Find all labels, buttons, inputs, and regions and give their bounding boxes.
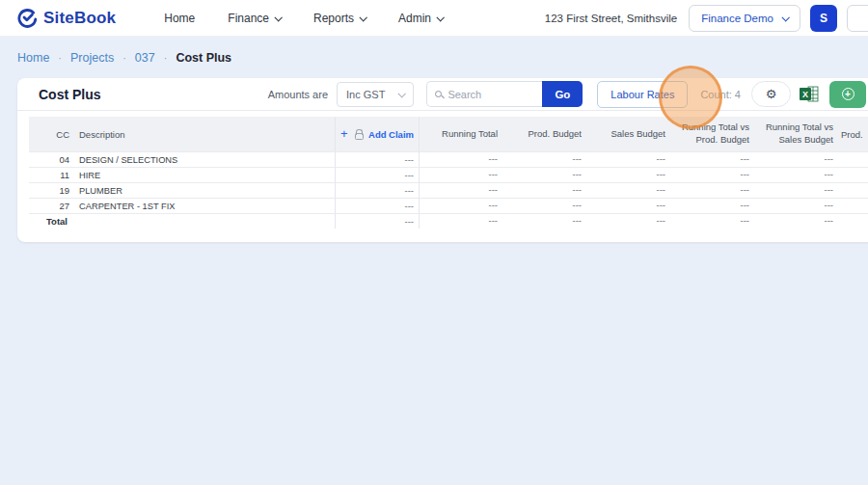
nav-label: Home bbox=[164, 12, 195, 25]
description-cell: CARPENTER - 1ST FIX bbox=[71, 199, 335, 213]
header-description: Description bbox=[71, 117, 335, 151]
running-total-cell: --- bbox=[420, 152, 503, 167]
gst-mode-select[interactable]: Inc GST bbox=[337, 82, 414, 107]
user-avatar-button[interactable]: S bbox=[810, 5, 837, 32]
amounts-are-label: Amounts are bbox=[268, 89, 328, 100]
sales-budget-cell: --- bbox=[587, 183, 671, 198]
sitebook-logo[interactable]: SiteBook bbox=[17, 8, 116, 28]
breadcrumb-projects-link[interactable]: Projects bbox=[70, 51, 114, 65]
claim-cell: --- bbox=[335, 183, 420, 198]
nav-label: Finance bbox=[228, 12, 269, 25]
nav-item-admin[interactable]: Admin bbox=[398, 12, 443, 25]
cc-cell: 11 bbox=[29, 168, 71, 182]
cutoff-cell bbox=[839, 199, 868, 213]
rt-vs-prod-cell: --- bbox=[671, 168, 755, 182]
header-claim: + Add Claim bbox=[335, 117, 420, 151]
topbar-right: 123 First Street, Smithsvile Finance Dem… bbox=[545, 5, 856, 32]
header-sales-budget: Sales Budget bbox=[587, 117, 671, 151]
settings-button[interactable]: ⚙ bbox=[751, 81, 791, 107]
prod-budget-total-cell: --- bbox=[503, 214, 587, 229]
rt-vs-sales-cell: --- bbox=[755, 168, 839, 182]
total-label: Total bbox=[29, 214, 335, 229]
table-row[interactable]: 27 CARPENTER - 1ST FIX --- --- --- --- -… bbox=[29, 198, 868, 213]
breadcrumb-project-number-link[interactable]: 037 bbox=[135, 51, 155, 65]
row-count-text: Count: 4 bbox=[700, 89, 741, 100]
excel-icon: X bbox=[800, 86, 819, 102]
search-box bbox=[426, 81, 542, 107]
breadcrumb-separator: · bbox=[122, 52, 126, 64]
labour-rates-button[interactable]: Labour Rates bbox=[597, 81, 688, 108]
description-cell: HIRE bbox=[71, 168, 335, 182]
org-selector-label: Finance Demo bbox=[701, 13, 773, 24]
breadcrumb-separator: · bbox=[58, 52, 62, 64]
claim-total-cell: --- bbox=[335, 214, 420, 229]
chevron-down-icon bbox=[359, 13, 366, 21]
cutoff-cell bbox=[839, 214, 868, 229]
cc-cell: 19 bbox=[29, 183, 71, 198]
running-total-total-cell: --- bbox=[420, 214, 503, 229]
table-row[interactable]: 19 PLUMBER --- --- --- --- --- --- bbox=[29, 182, 868, 198]
chevron-down-icon bbox=[437, 13, 445, 21]
cutoff-cell bbox=[839, 168, 868, 182]
sales-budget-cell: --- bbox=[587, 152, 671, 167]
cost-plus-panel: Cost Plus Amounts are Inc GST Go Labour … bbox=[17, 78, 868, 242]
add-claim-link[interactable]: Add Claim bbox=[368, 129, 414, 140]
cutoff-cell bbox=[839, 152, 868, 167]
prod-budget-cell: --- bbox=[503, 152, 587, 167]
circle-plus-icon: + bbox=[842, 88, 854, 100]
sales-budget-cell: --- bbox=[587, 199, 671, 213]
table-row[interactable]: 04 DESIGN / SELECTIONS --- --- --- --- -… bbox=[29, 151, 868, 167]
header-running-total: Running Total bbox=[420, 117, 503, 151]
claim-cell: --- bbox=[335, 168, 420, 182]
plus-icon[interactable]: + bbox=[340, 129, 348, 139]
check-circle-logo-icon bbox=[17, 8, 38, 28]
breadcrumb-home-link[interactable]: Home bbox=[17, 51, 49, 65]
page-title: Cost Plus bbox=[39, 87, 101, 102]
table-header-row: CC Description + Add Claim Running Total… bbox=[29, 117, 868, 151]
cutoff-cell bbox=[839, 183, 868, 198]
rt-vs-prod-cell: --- bbox=[671, 199, 755, 213]
nav-label: Admin bbox=[398, 12, 431, 25]
rt-vs-sales-cell: --- bbox=[755, 199, 839, 213]
running-total-cell: --- bbox=[420, 183, 503, 198]
nav-item-finance[interactable]: Finance bbox=[228, 12, 281, 25]
nav-item-reports[interactable]: Reports bbox=[313, 12, 366, 25]
rt-vs-sales-cell: --- bbox=[755, 183, 839, 198]
description-cell: DESIGN / SELECTIONS bbox=[71, 152, 335, 167]
chevron-down-icon bbox=[274, 13, 282, 21]
description-cell: PLUMBER bbox=[71, 183, 335, 198]
top-bar: SiteBook Home Finance Reports Admin 123 … bbox=[0, 0, 868, 37]
rt-vs-prod-cell: --- bbox=[671, 183, 755, 198]
add-cost-centre-button[interactable]: + bbox=[829, 81, 866, 108]
export-excel-button[interactable]: X bbox=[800, 86, 819, 102]
sales-budget-cell: --- bbox=[587, 168, 671, 182]
rt-vs-sales-cell: --- bbox=[755, 152, 839, 167]
rt-vs-prod-total-cell: --- bbox=[671, 214, 755, 229]
nav-label: Reports bbox=[313, 12, 354, 25]
table-total-row: Total --- --- --- --- --- --- bbox=[29, 213, 868, 229]
cc-cell: 27 bbox=[29, 199, 71, 213]
gst-mode-value: Inc GST bbox=[346, 89, 385, 100]
header-cutoff-column: Prod. bbox=[839, 117, 868, 151]
prod-budget-cell: --- bbox=[503, 199, 587, 213]
toolbar-controls: Amounts are Inc GST Go Labour Rates Coun… bbox=[268, 81, 866, 108]
sales-budget-total-cell: --- bbox=[587, 214, 671, 229]
cutoff-edge-button[interactable] bbox=[847, 5, 868, 32]
org-selector-button[interactable]: Finance Demo bbox=[689, 5, 800, 32]
chevron-down-icon bbox=[398, 90, 406, 97]
rt-vs-sales-total-cell: --- bbox=[755, 214, 839, 229]
prod-budget-cell: --- bbox=[503, 183, 587, 198]
search-go-button[interactable]: Go bbox=[542, 81, 583, 107]
nav-item-home[interactable]: Home bbox=[164, 12, 195, 25]
rt-vs-prod-cell: --- bbox=[671, 152, 755, 167]
main-nav: Home Finance Reports Admin bbox=[164, 12, 443, 25]
running-total-cell: --- bbox=[420, 168, 503, 182]
table-row[interactable]: 11 HIRE --- --- --- --- --- --- bbox=[29, 167, 868, 182]
search-input[interactable] bbox=[448, 89, 534, 100]
brand-name: SiteBook bbox=[43, 9, 116, 28]
claim-cell: --- bbox=[335, 152, 420, 167]
search-icon bbox=[435, 91, 442, 97]
lock-icon[interactable] bbox=[355, 133, 364, 140]
claim-cell: --- bbox=[335, 199, 420, 213]
svg-text:X: X bbox=[802, 90, 808, 99]
